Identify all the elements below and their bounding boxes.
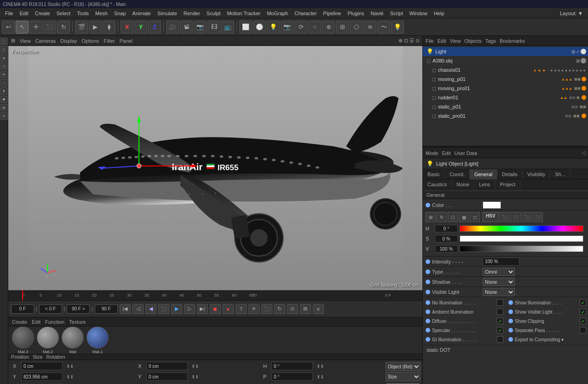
menu-file[interactable]: File — [2, 10, 17, 17]
attr-edit[interactable]: Edit — [442, 150, 451, 156]
tab-details[interactable]: Details — [497, 169, 523, 179]
vp-display[interactable]: Display — [60, 38, 77, 44]
vp-panel[interactable]: Panel — [120, 38, 133, 44]
material-ball-3[interactable] — [12, 327, 34, 349]
show-illumination-check[interactable]: ✓ — [580, 299, 586, 306]
toolbar-render1[interactable]: 🎥 — [166, 21, 179, 34]
tab-visibility[interactable]: Visibility — [523, 169, 551, 179]
obj-tags[interactable]: Tags — [485, 38, 496, 44]
toolbar-light2[interactable]: 💡 — [267, 21, 280, 34]
vp-cameras[interactable]: Cameras — [35, 38, 56, 44]
menu-layout[interactable]: Layout: ▼ — [557, 10, 586, 17]
toolbar-render5[interactable]: 📺 — [221, 21, 234, 34]
tl-prev-key[interactable]: ◁ — [133, 304, 144, 314]
color-tool-5[interactable]: ◻ — [470, 212, 480, 222]
color-tool-2[interactable]: ↻ — [437, 212, 447, 222]
tl-something[interactable]: ⊙ — [287, 304, 298, 314]
toolbar-cloth[interactable]: ≋ — [363, 21, 376, 34]
toolbar-render4[interactable]: 🎞 — [208, 21, 220, 34]
s-input[interactable] — [435, 235, 458, 242]
menu-mograph[interactable]: MoGraph — [264, 10, 291, 17]
attr-collapse[interactable]: ◁ — [582, 150, 585, 156]
tl-last[interactable]: ≡ — [313, 304, 324, 314]
mat-menu-create[interactable]: Create — [12, 319, 27, 325]
no-illumination-check[interactable] — [497, 299, 503, 306]
toolbar-render3[interactable]: 📷 — [194, 21, 207, 34]
toolbar-sphere[interactable]: ⚪ — [253, 21, 266, 34]
left-icon-5[interactable]: ⟳ — [0, 71, 8, 78]
obj-edit[interactable]: Edit — [438, 38, 446, 44]
tab-basic[interactable]: Basic — [423, 169, 445, 179]
toolbar-z[interactable]: Z — [148, 21, 161, 34]
h-slider[interactable] — [460, 225, 583, 232]
toolbar-mograph[interactable]: ⬡ — [350, 21, 363, 34]
show-visible-light-check[interactable]: ✓ — [580, 309, 586, 315]
size-y-spin[interactable]: ⬆⬇ — [191, 374, 199, 379]
obj-row-moving-pro01[interactable]: ◻ moving_pro01 ▲▲▲ ⊞⊞ — [423, 84, 588, 93]
toolbar-null[interactable]: ○ — [308, 21, 321, 34]
toolbar-cam[interactable]: 📷 — [281, 21, 294, 34]
size-type-select[interactable]: Size — [386, 372, 421, 381]
left-icon-10[interactable]: ≡ — [0, 112, 8, 120]
coord-type-select[interactable]: Object (Rel) — [386, 362, 421, 371]
size-x-input[interactable] — [146, 362, 188, 370]
pos-y-input[interactable] — [21, 373, 63, 381]
color-tool-3[interactable]: ⬡ — [448, 212, 458, 222]
rot-h-input[interactable] — [271, 362, 313, 370]
material-item-3[interactable]: Mat.3 — [12, 327, 34, 354]
frame-field-2[interactable] — [39, 304, 62, 314]
tl-last-frame[interactable]: ▶| — [197, 304, 208, 314]
type-select[interactable]: Omni — [483, 268, 515, 276]
separate-pass-check[interactable] — [580, 327, 586, 333]
pos-menu-pos[interactable]: Position — [11, 354, 29, 360]
toolbar-render2[interactable]: 📽 — [180, 21, 193, 34]
toolbar-undo[interactable]: ↩ — [2, 21, 15, 34]
left-icon-2[interactable]: ◻ — [0, 46, 8, 53]
tl-add-key[interactable]: ✛ — [248, 304, 259, 314]
rot-p-input[interactable] — [271, 373, 313, 381]
toolbar-sym[interactable]: ⊕ — [322, 21, 335, 34]
color-tool-9[interactable]: ⬛ — [533, 212, 543, 222]
menu-motion-tracker[interactable]: Motion Tracker — [224, 10, 264, 17]
toolbar-y[interactable]: Y — [134, 21, 147, 34]
toolbar-x[interactable]: X — [121, 21, 133, 34]
color-tool-1[interactable]: ⊞ — [426, 212, 436, 222]
rot-h-spin[interactable]: ⬆⬇ — [317, 364, 324, 369]
size-x-spin[interactable]: ⬆⬇ — [191, 364, 199, 369]
menu-snap[interactable]: Snap — [111, 10, 129, 17]
viewport[interactable]: IranAir IR655 — [8, 46, 422, 290]
toolbar-hair[interactable]: 〜 — [377, 21, 390, 34]
menu-window[interactable]: Window — [406, 10, 431, 17]
tl-stop[interactable]: ⬛ — [158, 304, 169, 314]
tab-caustics[interactable]: Caustics — [423, 179, 452, 189]
left-icon-6[interactable]: ↔ — [0, 79, 8, 86]
menu-sculpt[interactable]: Sculpt — [203, 10, 224, 17]
menu-pipeline[interactable]: Pipeline — [320, 10, 344, 17]
shadow-select[interactable]: None — [483, 278, 515, 286]
obj-row-static-pro01[interactable]: ◻ static_pro01 ⊞⊞ ⊞⊞ — [423, 111, 588, 120]
toolbar-cube[interactable]: ⬜ — [239, 21, 252, 34]
toolbar-scale[interactable]: ⬛ — [43, 21, 56, 34]
toolbar-light-tool[interactable]: 💡 — [391, 21, 404, 34]
vp-options[interactable]: Options — [81, 38, 99, 44]
menu-script[interactable]: Script — [387, 10, 406, 17]
mat-menu-edit[interactable]: Edit — [32, 319, 40, 325]
tab-general[interactable]: General — [470, 169, 497, 179]
tl-record[interactable]: ⏺ — [210, 304, 221, 314]
toolbar-rotate[interactable]: ↻ — [57, 21, 70, 34]
material-ball-2[interactable] — [37, 327, 59, 349]
v-input[interactable] — [435, 245, 458, 252]
tab-noise[interactable]: Noise — [452, 179, 474, 189]
left-icon-3[interactable]: ⊕ — [0, 54, 8, 62]
menu-edit[interactable]: Edit — [17, 10, 32, 17]
tab-coord[interactable]: Coord. — [445, 169, 470, 179]
menu-render[interactable]: Render — [180, 10, 203, 17]
tl-autokey[interactable]: ● — [223, 304, 234, 314]
menu-tools[interactable]: Tools — [74, 10, 92, 17]
left-icon-7[interactable]: ⬆ — [0, 87, 8, 95]
v-slider[interactable] — [460, 246, 583, 252]
toolbar-play[interactable]: ▶ — [89, 21, 102, 34]
frame-end-input[interactable] — [95, 304, 118, 314]
timeline-playhead[interactable] — [22, 290, 23, 300]
toolbar-deform[interactable]: ⟳ — [294, 21, 307, 34]
